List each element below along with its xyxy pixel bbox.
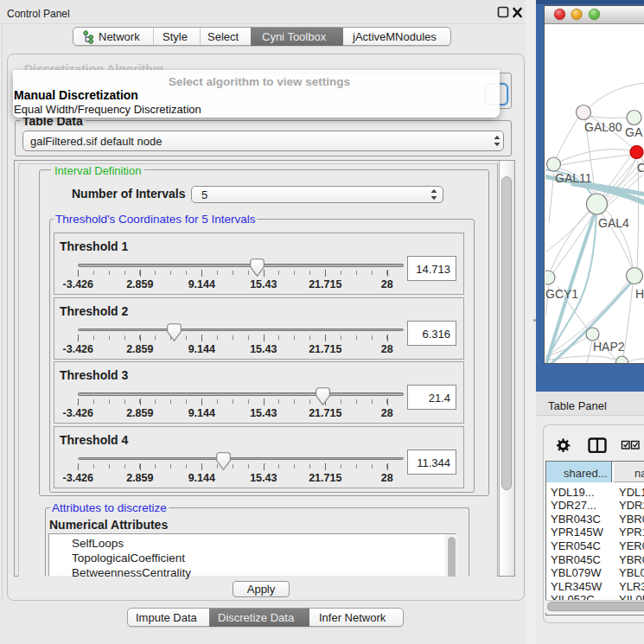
svg-text:GAL4: GAL4 [598,216,629,230]
svg-text:GAL80: GAL80 [584,120,622,134]
svg-text:GCY1: GCY1 [545,287,578,301]
svg-text:GAL11: GAL11 [555,171,592,185]
svg-text:C: C [637,161,644,175]
svg-text:GA: GA [625,125,643,139]
svg-text:HAP2: HAP2 [593,340,625,354]
svg-text:HA: HA [635,287,644,301]
